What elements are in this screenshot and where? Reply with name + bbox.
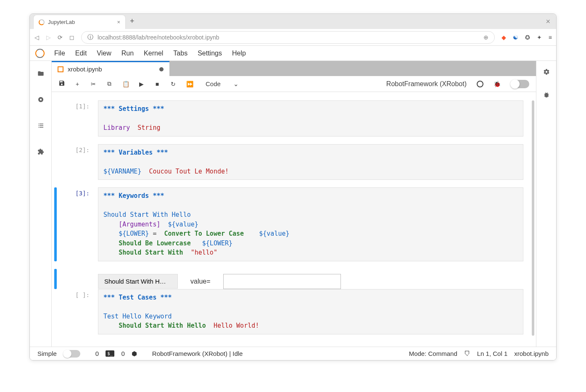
scrollbar[interactable] bbox=[532, 100, 534, 336]
menu-edit[interactable]: Edit bbox=[75, 50, 87, 57]
code-editor[interactable]: *** Keywords *** Should Start With Hello… bbox=[98, 187, 523, 261]
extensions-icon[interactable]: ✦ bbox=[537, 34, 542, 41]
main-area: xrobot.ipynb + ✂ ⧉ 📋 ▶ ■ ↻ ⏩ Code ⌄ bbox=[52, 61, 536, 347]
value-input[interactable] bbox=[223, 274, 341, 289]
notebook-tab[interactable]: xrobot.ipynb bbox=[52, 61, 169, 76]
mode-label: Mode: Command bbox=[409, 350, 457, 357]
menu-file[interactable]: File bbox=[54, 50, 65, 57]
file-browser-icon[interactable] bbox=[36, 68, 46, 79]
run-icon[interactable]: ▶ bbox=[138, 81, 144, 87]
code-editor[interactable]: *** Variables *** ${VARNAME} Coucou Tout… bbox=[98, 144, 523, 180]
document-tabs: xrobot.ipynb bbox=[52, 61, 536, 76]
cell-3[interactable]: [ ]:*** Test Cases *** Test Hello Keywor… bbox=[52, 289, 523, 334]
celltype-select[interactable]: Code ⌄ bbox=[202, 80, 242, 88]
browser-tab-title: JupyterLab bbox=[48, 19, 75, 25]
kernel-name[interactable]: RobotFramework (XRobot) bbox=[386, 80, 467, 88]
property-inspector-icon[interactable] bbox=[543, 68, 550, 76]
cell-prompt: [2]: bbox=[57, 144, 95, 180]
save-icon[interactable] bbox=[58, 80, 64, 88]
chevron-down-icon: ⌄ bbox=[233, 80, 239, 88]
running-kernels-icon[interactable] bbox=[36, 95, 46, 105]
url-path: /lab/tree/notebooks/xrobot.ipynb bbox=[135, 34, 219, 41]
site-info-icon[interactable]: ⓘ bbox=[87, 34, 93, 41]
menu-run[interactable]: Run bbox=[121, 50, 134, 57]
brave-shield-icon[interactable]: ◆ bbox=[502, 34, 506, 41]
menu-view[interactable]: View bbox=[97, 50, 111, 57]
menu-kernel[interactable]: Kernel bbox=[144, 50, 163, 57]
menu-settings[interactable]: Settings bbox=[198, 50, 222, 57]
debug-icon[interactable]: 🐞 bbox=[494, 81, 501, 87]
reload-icon[interactable]: ⟳ bbox=[58, 34, 63, 41]
debugger-panel-icon[interactable] bbox=[543, 92, 550, 100]
run-keyword-button[interactable]: Should Start With H… bbox=[98, 274, 178, 289]
forward-icon[interactable]: ▷ bbox=[46, 34, 51, 41]
filename-label: xrobot.ipynb bbox=[514, 350, 549, 357]
kernel-sessions-icon[interactable]: ⬢ bbox=[132, 350, 137, 358]
new-tab-button[interactable]: + bbox=[126, 13, 139, 29]
paste-icon[interactable]: 📋 bbox=[122, 81, 128, 87]
menu-help[interactable]: Help bbox=[232, 50, 246, 57]
ext-icon-1[interactable]: ☯ bbox=[513, 34, 518, 41]
output-widget: Should Start With H…value= bbox=[98, 274, 523, 289]
simple-label: Simple bbox=[37, 350, 57, 357]
copy-icon[interactable]: ⧉ bbox=[106, 80, 112, 87]
cell-prompt: [3]: bbox=[57, 187, 95, 261]
code-editor[interactable]: *** Settings *** Library String bbox=[98, 100, 523, 137]
jupyter-favicon bbox=[39, 19, 45, 25]
url-port: 8888 bbox=[122, 34, 135, 41]
trusted-icon[interactable]: ⛉ bbox=[464, 350, 470, 357]
cell-0[interactable]: [1]:*** Settings *** Library String bbox=[52, 100, 523, 137]
browser-tab[interactable]: JupyterLab × bbox=[33, 15, 126, 29]
close-tab-icon[interactable]: × bbox=[117, 19, 120, 25]
url-bar[interactable]: ⓘ localhost:8888/lab/tree/notebooks/xrob… bbox=[81, 31, 495, 44]
status-count1: 0 bbox=[95, 350, 99, 357]
zoom-icon[interactable]: ⊕ bbox=[483, 34, 488, 41]
stop-icon[interactable]: ■ bbox=[154, 81, 160, 87]
kernel-status-icon[interactable] bbox=[477, 81, 483, 87]
add-cell-icon[interactable]: + bbox=[74, 81, 80, 87]
simple-toggle[interactable] bbox=[63, 350, 80, 358]
browser-extensions: ◆ ☯ ✪ ✦ ≡ bbox=[502, 34, 552, 41]
status-bar: Simple 0 $_ 0 ⬢ RobotFramework (XRobot) … bbox=[30, 347, 556, 360]
notebook-toolbar: + ✂ ⧉ 📋 ▶ ■ ↻ ⏩ Code ⌄ RobotFramework (X… bbox=[52, 76, 536, 92]
status-count2: 0 bbox=[121, 350, 124, 357]
value-label: value= bbox=[190, 278, 211, 285]
debugger-toggle[interactable] bbox=[511, 80, 529, 88]
browser-menu-icon[interactable]: ≡ bbox=[549, 34, 552, 41]
browser-toolbar: ◁ ▷ ⟳ ◻ ⓘ localhost:8888/lab/tree/notebo… bbox=[30, 29, 556, 46]
ext-icon-2[interactable]: ✪ bbox=[525, 34, 530, 41]
jupyter-logo[interactable] bbox=[30, 49, 50, 58]
svg-rect-1 bbox=[40, 99, 42, 100]
kernel-status-text: RobotFramework (XRobot) | Idle bbox=[152, 350, 243, 357]
celltype-label: Code bbox=[206, 80, 221, 87]
window-close-icon[interactable]: × bbox=[546, 17, 550, 26]
fast-forward-icon[interactable]: ⏩ bbox=[186, 81, 192, 87]
cell-2[interactable]: [3]:*** Keywords *** Should Start With H… bbox=[52, 187, 523, 261]
url-host: localhost: bbox=[98, 34, 122, 41]
notebook-tab-title: xrobot.ipynb bbox=[68, 66, 102, 73]
browser-tabstrip: JupyterLab × + × bbox=[30, 14, 556, 29]
right-sidebar bbox=[536, 61, 556, 347]
unsaved-dot-icon bbox=[159, 67, 164, 71]
bookmark-icon[interactable]: ◻ bbox=[69, 34, 74, 41]
cut-icon[interactable]: ✂ bbox=[90, 81, 96, 87]
toc-icon[interactable] bbox=[36, 121, 46, 131]
back-icon[interactable]: ◁ bbox=[34, 34, 39, 41]
left-sidebar bbox=[30, 61, 52, 347]
menu-tabs[interactable]: Tabs bbox=[173, 50, 187, 57]
cell-prompt: [ ]: bbox=[57, 289, 95, 334]
notebook-area[interactable]: [1]:*** Settings *** Library String[2]:*… bbox=[52, 92, 536, 347]
restart-icon[interactable]: ↻ bbox=[170, 81, 176, 87]
code-editor[interactable]: *** Test Cases *** Test Hello Keyword Sh… bbox=[98, 289, 523, 334]
cell-prompt: [1]: bbox=[57, 100, 95, 137]
extensions-icon-sidebar[interactable] bbox=[36, 147, 46, 157]
notebook-icon bbox=[58, 66, 63, 72]
terminal-icon[interactable]: $_ bbox=[106, 350, 114, 357]
lncol-label: Ln 1, Col 1 bbox=[477, 350, 508, 357]
jupyterlab-menubar: FileEditViewRunKernelTabsSettingsHelp bbox=[30, 46, 556, 61]
app-window: JupyterLab × + × ◁ ▷ ⟳ ◻ ⓘ localhost:888… bbox=[29, 13, 557, 360]
cell-1[interactable]: [2]:*** Variables *** ${VARNAME} Coucou … bbox=[52, 144, 523, 180]
